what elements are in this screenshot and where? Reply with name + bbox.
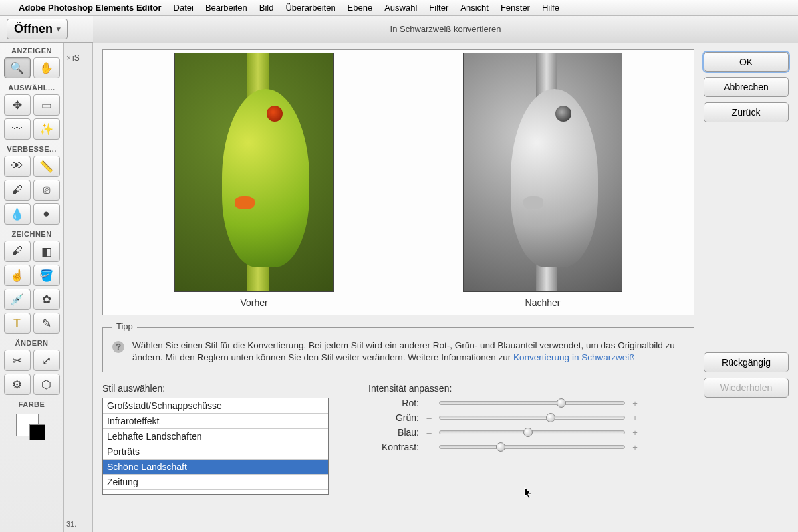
toolbox-section-auswaehlen: AUSWÄHL... <box>8 84 55 92</box>
preview-after-image <box>463 53 622 292</box>
undo-button[interactable]: Rückgängig <box>704 352 789 372</box>
menu-ueberarbeiten[interactable]: Überarbeiten <box>285 3 335 13</box>
plus-icon: + <box>632 442 638 452</box>
redo-button[interactable]: Wiederholen <box>704 378 789 398</box>
slider-thumb[interactable] <box>496 442 505 452</box>
cancel-button[interactable]: Abbrechen <box>704 77 789 97</box>
toolbox-section-farbe: FARBE <box>19 400 45 408</box>
minus-icon: – <box>426 398 432 408</box>
crop-tool[interactable]: ✂ <box>4 350 31 371</box>
app-name: Adobe Photoshop Elements Editor <box>19 3 162 13</box>
background-color-swatch[interactable] <box>29 424 45 440</box>
style-item[interactable]: Schöne Landschaft <box>103 460 328 475</box>
cookie-cutter-tool[interactable]: ⬡ <box>33 374 60 395</box>
slider-row: Blau:–+ <box>368 427 694 438</box>
menu-fenster[interactable]: Fenster <box>501 3 530 13</box>
color-swatches[interactable] <box>13 412 51 443</box>
open-button[interactable]: Öffnen ▾ <box>7 19 68 39</box>
style-item[interactable]: Großstadt/Schnappschüsse <box>103 398 328 414</box>
plus-icon: + <box>632 398 638 408</box>
slider-track[interactable] <box>439 401 625 405</box>
paint-bucket-tool[interactable]: 🪣 <box>33 265 60 286</box>
convert-bw-dialog: Vorher Nachher Tipp ? Wähl <box>93 43 798 532</box>
style-item[interactable]: Zeitung <box>103 475 328 490</box>
style-listbox[interactable]: Großstadt/SchnappschüsseInfraroteffektLe… <box>102 398 329 495</box>
toolbox-section-verbessern: VERBESSE... <box>7 145 57 153</box>
zoom-level: 31. <box>66 520 76 528</box>
ok-button[interactable]: OK <box>704 52 789 72</box>
plus-icon: + <box>632 428 638 438</box>
blur-tool[interactable]: 💧 <box>4 203 31 225</box>
preview-after-label: Nachher <box>525 297 561 308</box>
zoom-tool[interactable]: 🔍 <box>4 57 31 78</box>
sponge-tool[interactable]: ● <box>33 203 60 225</box>
slider-track[interactable] <box>439 430 625 434</box>
pencil-tool[interactable]: ✎ <box>33 313 60 334</box>
slider-track[interactable] <box>439 416 625 420</box>
eyedropper-tool[interactable]: 💉 <box>4 289 31 310</box>
dialog-title: In Schwarzweiß konvertieren <box>93 16 798 43</box>
back-button[interactable]: Zurück <box>704 102 789 122</box>
toolbox-section-anzeigen: ANZEIGEN <box>11 47 52 55</box>
move-tool[interactable]: ✥ <box>4 94 31 116</box>
intensity-label: Intensität anpassen: <box>368 383 694 394</box>
style-item[interactable]: Infraroteffekt <box>103 414 328 429</box>
type-tool[interactable]: T <box>4 313 31 334</box>
slider-thumb[interactable] <box>557 398 566 408</box>
eraser-tool[interactable]: ◧ <box>33 241 60 262</box>
document-area: ×iS 31. <box>64 43 93 532</box>
style-label: Stil auswählen: <box>102 383 329 394</box>
hand-tool[interactable]: ✋ <box>33 57 60 78</box>
lasso-tool[interactable]: 〰 <box>4 118 31 140</box>
slider-row: Rot:–+ <box>368 398 694 408</box>
menu-ebene[interactable]: Ebene <box>348 3 373 13</box>
minus-icon: – <box>426 428 432 438</box>
toolbox-section-zeichnen: ZEICHNEN <box>11 230 51 238</box>
recompose-tool[interactable]: ⤢ <box>33 350 60 371</box>
redeye-tool[interactable]: 👁 <box>4 156 31 177</box>
spot-heal-tool[interactable]: 🖌 <box>4 180 31 201</box>
preview-before-image <box>174 53 334 292</box>
info-icon: ? <box>112 341 124 353</box>
clone-stamp-tool[interactable]: ⎚ <box>33 180 60 201</box>
toolbox: ANZEIGEN 🔍 ✋ AUSWÄHL... ✥ ▭ 〰 ✨ VERBESSE… <box>0 43 64 532</box>
plus-icon: + <box>632 413 638 423</box>
menu-hilfe[interactable]: Hilfe <box>542 3 559 13</box>
menubar: Adobe Photoshop Elements Editor Datei Be… <box>0 0 798 16</box>
slider-track[interactable] <box>439 445 625 449</box>
slider-row: Kontrast:–+ <box>368 442 694 452</box>
shape-tool[interactable]: ✿ <box>33 289 60 310</box>
minus-icon: – <box>426 442 432 452</box>
menu-bild[interactable]: Bild <box>259 3 274 13</box>
menu-ansicht[interactable]: Ansicht <box>460 3 489 13</box>
tip-text: Wählen Sie einen Stil für die Konvertier… <box>132 340 684 364</box>
preview-panel: Vorher Nachher <box>102 49 694 315</box>
tip-panel: Tipp ? Wählen Sie einen Stil für die Kon… <box>102 327 694 372</box>
menu-auswahl[interactable]: Auswahl <box>384 3 417 13</box>
slider-row: Grün:–+ <box>368 412 694 423</box>
tip-link[interactable]: Konvertierung in Schwarzweiß <box>513 352 634 362</box>
smudge-tool[interactable]: ☝ <box>4 265 31 286</box>
menu-bearbeiten[interactable]: Bearbeiten <box>205 3 247 13</box>
minus-icon: – <box>426 413 432 423</box>
marquee-tool[interactable]: ▭ <box>33 94 60 116</box>
slider-thumb[interactable] <box>523 428 533 437</box>
gear-tool[interactable]: ⚙ <box>4 374 31 395</box>
straighten-tool[interactable]: 📏 <box>33 156 60 177</box>
brush-tool[interactable]: 🖌 <box>4 241 31 262</box>
open-button-label: Öffnen <box>14 22 53 36</box>
magic-wand-tool[interactable]: ✨ <box>33 118 60 140</box>
slider-label: Grün: <box>368 412 419 423</box>
slider-label: Kontrast: <box>368 442 419 452</box>
slider-label: Blau: <box>368 427 419 438</box>
menu-filter[interactable]: Filter <box>429 3 448 13</box>
slider-thumb[interactable] <box>546 413 555 422</box>
menu-datei[interactable]: Datei <box>174 3 194 13</box>
close-icon[interactable]: × <box>66 53 71 63</box>
options-bar: Öffnen ▾ In Schwarzweiß konvertieren <box>0 16 798 43</box>
document-tab[interactable]: ×iS <box>66 53 80 63</box>
style-item[interactable]: Lebhafte Landschaften <box>103 429 328 444</box>
preview-before-label: Vorher <box>240 297 267 308</box>
style-item[interactable]: Porträts <box>103 444 328 460</box>
toolbox-section-aendern: ÄNDERN <box>15 339 48 347</box>
